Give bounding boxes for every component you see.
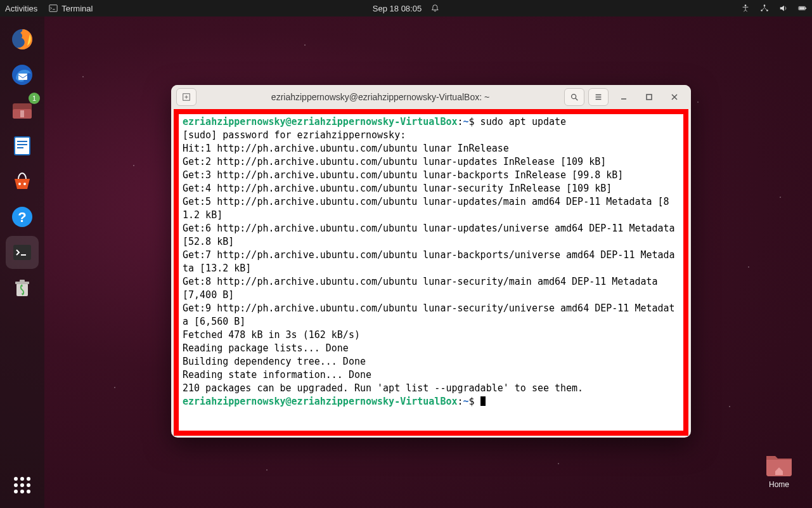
- top-bar: Activities Terminal Sep 18 08:05: [0, 0, 812, 16]
- dock-firefox[interactable]: [6, 23, 39, 56]
- show-apps[interactable]: [6, 469, 39, 502]
- desktop-home-folder[interactable]: Home: [764, 450, 794, 489]
- svg-rect-7: [805, 8, 806, 9]
- close-button[interactable]: [663, 88, 686, 106]
- terminal-window: ezriahzippernowsky@ezriahzippernowsky-Vi…: [171, 85, 691, 438]
- svg-point-1: [745, 4, 747, 6]
- hamburger-menu[interactable]: [588, 88, 609, 106]
- svg-point-2: [764, 4, 766, 6]
- svg-rect-29: [647, 94, 652, 100]
- terminal-icon: [49, 4, 58, 13]
- topbar-app-label: Terminal: [61, 4, 93, 13]
- svg-point-20: [23, 183, 26, 185]
- dock: 1 ?: [0, 16, 44, 508]
- dock-help[interactable]: ?: [6, 200, 39, 233]
- svg-rect-10: [18, 74, 27, 80]
- activities-button[interactable]: Activities: [5, 4, 37, 13]
- dock-terminal[interactable]: [6, 236, 39, 269]
- accessibility-icon[interactable]: [741, 4, 750, 13]
- svg-point-28: [572, 94, 576, 99]
- svg-point-19: [18, 183, 21, 185]
- svg-rect-13: [20, 110, 24, 117]
- dock-thunderbird[interactable]: [6, 58, 39, 91]
- new-tab-button[interactable]: [176, 88, 197, 106]
- svg-rect-6: [799, 7, 805, 10]
- highlight-frame: ezriahzippernowsky@ezriahzippernowsky-Vi…: [174, 109, 688, 436]
- dock-software[interactable]: [6, 165, 39, 198]
- svg-rect-23: [13, 245, 31, 260]
- volume-icon[interactable]: [779, 4, 788, 13]
- dock-trash[interactable]: [6, 271, 39, 304]
- notification-icon[interactable]: [430, 4, 439, 13]
- svg-rect-0: [49, 5, 57, 12]
- svg-rect-16: [17, 141, 27, 142]
- dock-writer[interactable]: [6, 129, 39, 162]
- terminal-output[interactable]: ezriahzippernowsky@ezriahzippernowsky-Vi…: [179, 114, 683, 431]
- desktop-home-label: Home: [769, 480, 789, 489]
- maximize-button[interactable]: [638, 88, 661, 106]
- svg-text:?: ?: [18, 209, 26, 225]
- minimize-button[interactable]: [612, 88, 635, 106]
- topbar-app[interactable]: Terminal: [49, 4, 93, 13]
- svg-rect-26: [20, 280, 25, 282]
- svg-rect-14: [15, 137, 30, 155]
- window-title: ezriahzippernowsky@ezriahzippernowsky-Vi…: [200, 92, 560, 102]
- dock-files[interactable]: 1: [6, 94, 39, 127]
- svg-rect-17: [17, 144, 27, 145]
- search-button[interactable]: [564, 88, 584, 106]
- clock[interactable]: Sep 18 08:05: [373, 4, 422, 13]
- battery-icon[interactable]: [798, 4, 807, 13]
- files-badge: 1: [29, 93, 40, 104]
- titlebar[interactable]: ezriahzippernowsky@ezriahzippernowsky-Vi…: [171, 85, 691, 109]
- svg-rect-18: [17, 147, 23, 148]
- network-icon[interactable]: [760, 4, 769, 13]
- apps-grid-icon: [12, 475, 32, 495]
